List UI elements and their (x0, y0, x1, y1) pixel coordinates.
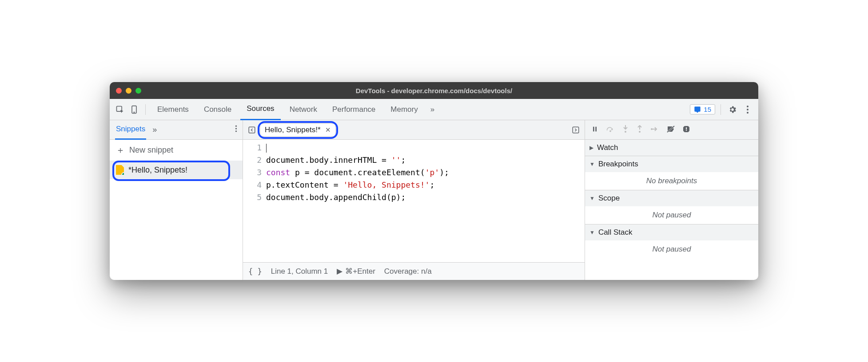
nav-back-icon[interactable] (247, 126, 257, 134)
run-shortcut: ⌘+Enter (345, 267, 375, 276)
debugger-toolbar (585, 120, 758, 140)
snippet-file-icon (116, 165, 124, 175)
expand-down-icon: ▼ (589, 229, 595, 236)
scope-section: ▼Scope Not paused (585, 190, 758, 224)
svg-point-3 (747, 106, 749, 107)
tab-console[interactable]: Console (198, 99, 238, 120)
step-into-icon[interactable] (622, 125, 629, 135)
separator (145, 104, 146, 115)
nav-forward-icon[interactable] (570, 126, 581, 134)
device-toggle-icon[interactable] (128, 104, 140, 115)
navigator-header: Snippets » (110, 120, 243, 140)
expand-down-icon: ▼ (589, 161, 595, 167)
watch-section: ▶Watch (585, 140, 758, 156)
issues-button[interactable]: 15 (690, 104, 715, 114)
tab-sources[interactable]: Sources (240, 99, 280, 120)
coverage-status: Coverage: n/a (384, 267, 432, 276)
issues-count: 15 (704, 106, 711, 113)
breakpoints-body: No breakpoints (585, 172, 758, 190)
callstack-label: Call Stack (598, 228, 633, 237)
editor-tab-label: Hello, Snippets!* (265, 126, 321, 134)
editor-tabbar: Hello, Snippets!* ✕ (243, 120, 585, 140)
svg-point-15 (639, 131, 641, 133)
plus-icon: ＋ (116, 144, 125, 156)
line-number: 3 (243, 166, 262, 179)
line-number: 4 (243, 179, 262, 191)
tabs-overflow-icon[interactable]: » (427, 99, 438, 120)
editor-statusbar: { } Line 1, Column 1 ▶ ⌘+Enter Coverage:… (243, 262, 585, 280)
svg-rect-10 (573, 127, 579, 133)
watch-header[interactable]: ▶Watch (585, 140, 758, 156)
svg-rect-12 (595, 126, 597, 131)
code-line: p.textContent = 'Hello, Snippets!'; (266, 179, 585, 191)
svg-point-6 (235, 126, 237, 127)
snippet-item-label: *Hello, Snippets! (128, 165, 187, 175)
line-gutter: 12345 (243, 142, 266, 262)
play-icon: ▶ (337, 267, 342, 276)
code-editor[interactable]: 12345 document.body.innerHTML = '';const… (243, 140, 585, 262)
settings-icon[interactable] (726, 105, 739, 114)
separator (721, 104, 721, 115)
svg-point-4 (747, 109, 749, 110)
breakpoints-header[interactable]: ▼Breakpoints (585, 156, 758, 172)
svg-point-8 (235, 130, 237, 132)
navigator-tabs-overflow-icon[interactable]: » (152, 125, 157, 134)
new-snippet-button[interactable]: ＋ New snippet (110, 140, 243, 161)
scope-header[interactable]: ▼Scope (585, 190, 758, 206)
code-lines: document.body.innerHTML = '';const p = d… (266, 142, 585, 262)
step-over-icon[interactable] (606, 126, 614, 134)
pause-icon[interactable] (591, 126, 598, 134)
svg-point-5 (747, 112, 749, 114)
window-titlebar: DevTools - developer.chrome.com/docs/dev… (110, 82, 758, 99)
navigator-tab-snippets[interactable]: Snippets (115, 120, 146, 140)
svg-point-14 (625, 131, 626, 133)
svg-point-16 (651, 128, 653, 130)
breakpoints-label: Breakpoints (598, 160, 638, 169)
pause-on-exceptions-icon[interactable] (683, 126, 690, 134)
svg-point-13 (610, 130, 611, 131)
svg-rect-19 (686, 127, 687, 130)
code-line: document.body.innerHTML = ''; (266, 154, 585, 166)
tab-network[interactable]: Network (283, 99, 323, 120)
line-number: 1 (243, 142, 262, 154)
run-snippet-hint[interactable]: ▶ ⌘+Enter (337, 267, 375, 276)
expand-down-icon: ▼ (589, 195, 595, 201)
code-line (266, 142, 585, 154)
tab-memory[interactable]: Memory (384, 99, 424, 120)
editor-pane: Hello, Snippets!* ✕ 12345 document.body.… (243, 120, 585, 280)
format-icon[interactable]: { } (248, 267, 262, 276)
close-tab-icon[interactable]: ✕ (325, 126, 331, 134)
snippet-list-item[interactable]: *Hello, Snippets! (110, 161, 243, 179)
callstack-header[interactable]: ▼Call Stack (585, 224, 758, 240)
svg-rect-9 (249, 127, 255, 133)
new-snippet-label: New snippet (129, 146, 173, 155)
line-number: 2 (243, 154, 262, 166)
deactivate-breakpoints-icon[interactable] (667, 126, 675, 134)
scope-body: Not paused (585, 206, 758, 224)
tab-elements[interactable]: Elements (151, 99, 195, 120)
expand-right-icon: ▶ (589, 145, 593, 151)
code-line: document.body.appendChild(p); (266, 191, 585, 204)
line-number: 5 (243, 191, 262, 204)
editor-tab[interactable]: Hello, Snippets!* ✕ (260, 123, 336, 137)
watch-label: Watch (597, 143, 618, 152)
debugger-pane: ▶Watch ▼Breakpoints No breakpoints ▼Scop… (585, 120, 758, 280)
svg-rect-20 (686, 130, 687, 131)
inspect-element-icon[interactable] (114, 104, 126, 115)
callstack-body: Not paused (585, 240, 758, 258)
svg-point-7 (235, 128, 237, 129)
svg-rect-11 (593, 126, 594, 131)
devtools-window: DevTools - developer.chrome.com/docs/dev… (110, 82, 758, 280)
main-toolbar: Elements Console Sources Network Perform… (110, 99, 758, 120)
step-icon[interactable] (651, 126, 659, 134)
navigator-more-icon[interactable] (235, 125, 237, 135)
callstack-section: ▼Call Stack Not paused (585, 224, 758, 258)
step-out-icon[interactable] (637, 125, 643, 135)
scope-label: Scope (598, 194, 620, 203)
cursor-position: Line 1, Column 1 (271, 267, 328, 276)
window-title: DevTools - developer.chrome.com/docs/dev… (110, 87, 758, 94)
tab-performance[interactable]: Performance (326, 99, 382, 120)
more-options-icon[interactable] (741, 105, 754, 114)
code-line: const p = document.createElement('p'); (266, 166, 585, 179)
breakpoints-section: ▼Breakpoints No breakpoints (585, 156, 758, 190)
